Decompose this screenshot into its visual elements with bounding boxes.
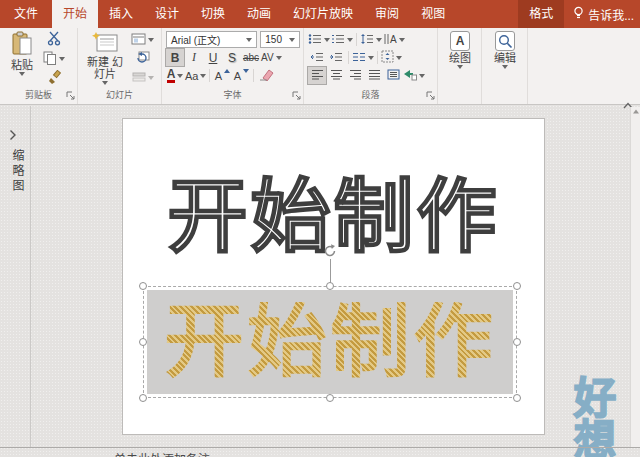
text-shadow-button[interactable]: S bbox=[223, 49, 241, 66]
expand-thumbnails-chevron-icon[interactable] bbox=[9, 127, 17, 145]
font-color-button[interactable]: A bbox=[166, 67, 184, 84]
paragraph-dialog-launcher-icon[interactable] bbox=[426, 90, 435, 102]
notes-pane-divider[interactable] bbox=[0, 447, 640, 448]
editing-dropdown-icon bbox=[502, 65, 508, 69]
resize-handle-ne[interactable] bbox=[513, 282, 521, 290]
justify-icon bbox=[368, 69, 381, 82]
smartart-button[interactable] bbox=[403, 67, 425, 84]
copy-button[interactable] bbox=[43, 50, 65, 67]
align-right-button[interactable] bbox=[346, 67, 364, 84]
italic-button[interactable]: I bbox=[185, 49, 203, 66]
resize-handle-se[interactable] bbox=[513, 394, 521, 402]
align-text-dropdown-icon bbox=[396, 56, 402, 60]
font-dialog-launcher-icon[interactable] bbox=[292, 90, 301, 102]
slide-canvas[interactable]: 开始制作 开始制作 bbox=[122, 118, 545, 435]
resize-handle-w[interactable] bbox=[139, 338, 147, 346]
align-left-icon bbox=[311, 69, 324, 82]
tab-view[interactable]: 视图 bbox=[410, 0, 456, 28]
increase-indent-button[interactable] bbox=[327, 49, 345, 66]
drawing-label: 绘图 bbox=[449, 52, 471, 64]
numbering-button[interactable] bbox=[331, 31, 353, 48]
bullets-button[interactable] bbox=[308, 31, 330, 48]
resize-handle-sw[interactable] bbox=[139, 394, 147, 402]
font-color-label: A bbox=[167, 69, 176, 83]
grow-font-button[interactable]: A bbox=[213, 67, 231, 84]
section-button[interactable] bbox=[131, 69, 154, 86]
tab-design[interactable]: 设计 bbox=[144, 0, 190, 28]
bold-button[interactable]: B bbox=[166, 49, 184, 66]
bullets-icon bbox=[308, 33, 322, 47]
font-size-value: 150 bbox=[265, 34, 282, 45]
selected-textbox[interactable]: 开始制作 bbox=[143, 286, 517, 398]
align-text-button[interactable] bbox=[381, 49, 402, 66]
resize-handle-e[interactable] bbox=[513, 338, 521, 346]
distribute-icon bbox=[387, 69, 400, 82]
shrink-font-icon bbox=[243, 69, 249, 73]
new-slide-icon bbox=[91, 31, 119, 55]
font-size-combobox[interactable]: 150 bbox=[260, 31, 300, 48]
columns-button[interactable] bbox=[352, 49, 374, 66]
clipboard-dialog-launcher-icon[interactable] bbox=[66, 90, 75, 102]
change-case-button[interactable]: Aa bbox=[185, 67, 206, 84]
tell-me-box[interactable]: 告诉我... bbox=[564, 0, 640, 28]
gold-text[interactable]: 开始制作 bbox=[164, 302, 496, 382]
editing-button[interactable]: 编辑 bbox=[494, 31, 516, 104]
tab-format[interactable]: 格式 bbox=[518, 0, 564, 28]
align-left-button[interactable] bbox=[308, 67, 326, 84]
character-spacing-button[interactable]: AV bbox=[261, 49, 282, 66]
reset-button[interactable] bbox=[131, 50, 154, 67]
strikethrough-button[interactable]: abc bbox=[242, 49, 260, 66]
align-center-button[interactable] bbox=[327, 67, 345, 84]
editing-label: 编辑 bbox=[494, 52, 516, 64]
scrollbar-up-icon[interactable] bbox=[633, 109, 639, 114]
vertical-scrollbar[interactable] bbox=[630, 107, 640, 447]
copy-dropdown-icon bbox=[59, 57, 65, 61]
tab-slideshow[interactable]: 幻灯片放映 bbox=[282, 0, 364, 28]
thumbnails-panel-divider[interactable] bbox=[30, 106, 31, 447]
resize-handle-nw[interactable] bbox=[139, 282, 147, 290]
shrink-font-button[interactable]: A bbox=[232, 67, 250, 84]
layout-button[interactable] bbox=[131, 31, 154, 48]
tab-transitions[interactable]: 切换 bbox=[190, 0, 236, 28]
paste-button[interactable]: 粘贴 bbox=[4, 31, 40, 90]
decrease-indent-button[interactable] bbox=[308, 49, 326, 66]
smartart-icon bbox=[403, 69, 417, 83]
text-selection-highlight: 开始制作 bbox=[147, 290, 513, 394]
font-name-combobox[interactable]: Arial (正文) bbox=[166, 31, 257, 48]
tab-animations[interactable]: 动画 bbox=[236, 0, 282, 28]
smartart-dropdown-icon bbox=[419, 74, 425, 78]
text-direction-button[interactable]: A bbox=[383, 31, 405, 48]
paste-label: 粘贴 bbox=[11, 59, 33, 71]
tab-home[interactable]: 开始 bbox=[52, 0, 98, 28]
thumbnails-panel-label[interactable]: 缩略图 bbox=[9, 149, 26, 194]
group-paragraph: A bbox=[304, 28, 438, 104]
font-size-dropdown-icon bbox=[289, 38, 295, 42]
character-spacing-dropdown-icon bbox=[276, 56, 282, 60]
grow-font-label: A bbox=[215, 70, 222, 82]
resize-handle-s[interactable] bbox=[326, 394, 334, 402]
numbering-dropdown-icon bbox=[347, 38, 353, 42]
group-editing: 编辑 bbox=[482, 28, 528, 104]
tab-file[interactable]: 文件 bbox=[0, 0, 52, 28]
justify-button[interactable] bbox=[365, 67, 383, 84]
distribute-button[interactable] bbox=[384, 67, 402, 84]
resize-handle-n[interactable] bbox=[326, 282, 334, 290]
cut-button[interactable] bbox=[43, 31, 65, 48]
layout-dropdown-icon bbox=[148, 38, 154, 42]
new-slide-button[interactable]: 新建 幻灯片 bbox=[82, 31, 128, 90]
tab-review[interactable]: 审阅 bbox=[364, 0, 410, 28]
line-spacing-button[interactable] bbox=[360, 31, 382, 48]
format-painter-button[interactable] bbox=[43, 69, 65, 86]
tab-insert[interactable]: 插入 bbox=[98, 0, 144, 28]
character-spacing-label: AV bbox=[261, 52, 274, 63]
clear-formatting-button[interactable] bbox=[257, 67, 275, 84]
drawing-dropdown-icon bbox=[457, 65, 463, 69]
layout-icon bbox=[131, 33, 146, 47]
rotation-handle-icon[interactable] bbox=[322, 243, 338, 259]
underline-button[interactable]: U bbox=[204, 49, 222, 66]
text-direction-icon: A bbox=[383, 33, 397, 47]
drawing-button[interactable]: A 绘图 bbox=[449, 31, 471, 104]
new-slide-dropdown-icon bbox=[102, 81, 108, 85]
ribbon-tab-bar: 文件 开始 插入 设计 切换 动画 幻灯片放映 审阅 视图 格式 告诉我... … bbox=[0, 0, 640, 28]
notes-placeholder[interactable]: 单击此处添加备注 bbox=[114, 450, 210, 457]
